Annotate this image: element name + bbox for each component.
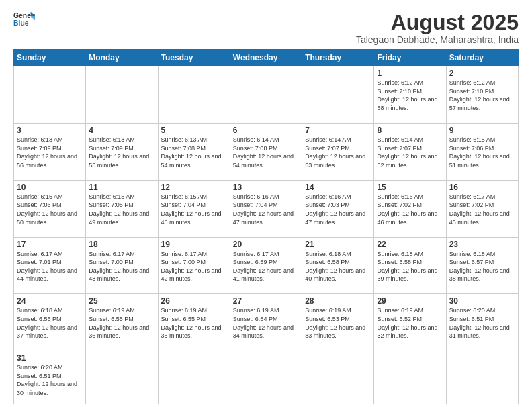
day-info: Sunrise: 6:17 AM Sunset: 6:59 PM Dayligh… — [233, 250, 299, 283]
week-row-1: 1Sunrise: 6:12 AM Sunset: 7:10 PM Daylig… — [14, 66, 519, 124]
calendar-title: August 2025 — [356, 11, 519, 34]
day-info: Sunrise: 6:20 AM Sunset: 6:51 PM Dayligh… — [17, 363, 83, 397]
day-number: 16 — [449, 183, 515, 192]
day-cell: 12Sunrise: 6:15 AM Sunset: 7:04 PM Dayli… — [158, 180, 230, 237]
day-info: Sunrise: 6:13 AM Sunset: 7:08 PM Dayligh… — [161, 136, 227, 169]
day-info: Sunrise: 6:20 AM Sunset: 6:51 PM Dayligh… — [449, 306, 515, 340]
day-cell: 11Sunrise: 6:15 AM Sunset: 7:05 PM Dayli… — [86, 180, 158, 237]
day-cell: 28Sunrise: 6:19 AM Sunset: 6:53 PM Dayli… — [302, 294, 374, 351]
day-number: 25 — [89, 296, 154, 306]
day-number: 3 — [17, 126, 83, 135]
day-info: Sunrise: 6:18 AM Sunset: 6:58 PM Dayligh… — [377, 250, 443, 283]
day-cell — [374, 351, 446, 404]
day-cell — [302, 351, 374, 404]
week-row-2: 3Sunrise: 6:13 AM Sunset: 7:09 PM Daylig… — [14, 124, 519, 181]
day-info: Sunrise: 6:14 AM Sunset: 7:08 PM Dayligh… — [233, 136, 299, 169]
day-info: Sunrise: 6:14 AM Sunset: 7:07 PM Dayligh… — [305, 136, 371, 169]
day-cell: 5Sunrise: 6:13 AM Sunset: 7:08 PM Daylig… — [158, 124, 230, 181]
day-info: Sunrise: 6:15 AM Sunset: 7:06 PM Dayligh… — [17, 193, 83, 226]
header: General Blue August 2025 Talegaon Dabhad… — [13, 11, 519, 45]
day-number: 18 — [89, 240, 154, 249]
day-cell: 25Sunrise: 6:19 AM Sunset: 6:55 PM Dayli… — [86, 294, 158, 351]
day-number: 27 — [233, 296, 299, 306]
logo-icon: General Blue — [13, 11, 35, 27]
day-number: 2 — [449, 68, 515, 78]
day-cell: 21Sunrise: 6:18 AM Sunset: 6:58 PM Dayli… — [302, 237, 374, 294]
day-info: Sunrise: 6:17 AM Sunset: 7:02 PM Dayligh… — [449, 193, 515, 226]
day-cell: 19Sunrise: 6:17 AM Sunset: 7:00 PM Dayli… — [158, 237, 230, 294]
day-info: Sunrise: 6:19 AM Sunset: 6:55 PM Dayligh… — [161, 306, 227, 340]
day-cell: 26Sunrise: 6:19 AM Sunset: 6:55 PM Dayli… — [158, 294, 230, 351]
day-cell: 2Sunrise: 6:12 AM Sunset: 7:10 PM Daylig… — [446, 66, 518, 124]
day-cell: 8Sunrise: 6:14 AM Sunset: 7:07 PM Daylig… — [374, 124, 446, 181]
day-number: 4 — [89, 126, 154, 135]
day-cell — [230, 66, 302, 124]
day-number: 6 — [233, 126, 299, 135]
day-number: 26 — [161, 296, 227, 306]
day-cell: 3Sunrise: 6:13 AM Sunset: 7:09 PM Daylig… — [14, 124, 86, 181]
week-row-4: 17Sunrise: 6:17 AM Sunset: 7:01 PM Dayli… — [14, 237, 519, 294]
day-number: 13 — [233, 183, 299, 192]
calendar-table: SundayMondayTuesdayWednesdayThursdayFrid… — [13, 49, 519, 404]
day-number: 20 — [233, 240, 299, 249]
day-number: 8 — [377, 126, 443, 135]
day-number: 11 — [89, 183, 154, 192]
day-cell: 7Sunrise: 6:14 AM Sunset: 7:07 PM Daylig… — [302, 124, 374, 181]
title-block: August 2025 Talegaon Dabhade, Maharashtr… — [356, 11, 519, 45]
day-cell: 6Sunrise: 6:14 AM Sunset: 7:08 PM Daylig… — [230, 124, 302, 181]
day-cell: 15Sunrise: 6:16 AM Sunset: 7:02 PM Dayli… — [374, 180, 446, 237]
day-info: Sunrise: 6:19 AM Sunset: 6:55 PM Dayligh… — [89, 306, 154, 340]
day-info: Sunrise: 6:12 AM Sunset: 7:10 PM Dayligh… — [377, 79, 443, 112]
day-number: 21 — [305, 240, 371, 249]
day-cell — [158, 66, 230, 124]
day-cell: 27Sunrise: 6:19 AM Sunset: 6:54 PM Dayli… — [230, 294, 302, 351]
day-number: 24 — [17, 296, 83, 306]
day-number: 7 — [305, 126, 371, 135]
svg-text:Blue: Blue — [13, 19, 29, 27]
day-number: 22 — [377, 240, 443, 249]
day-cell — [158, 351, 230, 404]
day-cell — [14, 66, 86, 124]
calendar-page: General Blue August 2025 Talegaon Dabhad… — [0, 0, 532, 411]
day-cell: 23Sunrise: 6:18 AM Sunset: 6:57 PM Dayli… — [446, 237, 518, 294]
day-cell: 4Sunrise: 6:13 AM Sunset: 7:09 PM Daylig… — [86, 124, 158, 181]
day-number: 17 — [17, 240, 83, 249]
day-number: 5 — [161, 126, 227, 135]
day-cell — [446, 351, 518, 404]
weekday-header-thursday: Thursday — [302, 50, 374, 66]
day-info: Sunrise: 6:15 AM Sunset: 7:06 PM Dayligh… — [449, 136, 515, 169]
day-info: Sunrise: 6:17 AM Sunset: 7:01 PM Dayligh… — [17, 250, 83, 283]
weekday-header-monday: Monday — [86, 50, 158, 66]
logo: General Blue — [13, 11, 35, 27]
day-cell: 13Sunrise: 6:16 AM Sunset: 7:04 PM Dayli… — [230, 180, 302, 237]
day-info: Sunrise: 6:12 AM Sunset: 7:10 PM Dayligh… — [449, 79, 515, 112]
day-info: Sunrise: 6:15 AM Sunset: 7:04 PM Dayligh… — [161, 193, 227, 226]
day-info: Sunrise: 6:16 AM Sunset: 7:03 PM Dayligh… — [305, 193, 371, 226]
day-cell: 22Sunrise: 6:18 AM Sunset: 6:58 PM Dayli… — [374, 237, 446, 294]
day-number: 10 — [17, 183, 83, 192]
day-info: Sunrise: 6:18 AM Sunset: 6:57 PM Dayligh… — [449, 250, 515, 283]
day-number: 12 — [161, 183, 227, 192]
week-row-6: 31Sunrise: 6:20 AM Sunset: 6:51 PM Dayli… — [14, 351, 519, 404]
day-number: 9 — [449, 126, 515, 135]
day-cell: 24Sunrise: 6:18 AM Sunset: 6:56 PM Dayli… — [14, 294, 86, 351]
day-cell — [302, 66, 374, 124]
day-info: Sunrise: 6:15 AM Sunset: 7:05 PM Dayligh… — [89, 193, 154, 226]
day-cell: 16Sunrise: 6:17 AM Sunset: 7:02 PM Dayli… — [446, 180, 518, 237]
week-row-5: 24Sunrise: 6:18 AM Sunset: 6:56 PM Dayli… — [14, 294, 519, 351]
weekday-header-sunday: Sunday — [14, 50, 86, 66]
day-cell: 14Sunrise: 6:16 AM Sunset: 7:03 PM Dayli… — [302, 180, 374, 237]
day-info: Sunrise: 6:19 AM Sunset: 6:54 PM Dayligh… — [233, 306, 299, 340]
weekday-header-tuesday: Tuesday — [158, 50, 230, 66]
weekday-header-saturday: Saturday — [446, 50, 518, 66]
day-info: Sunrise: 6:18 AM Sunset: 6:58 PM Dayligh… — [305, 250, 371, 283]
day-number: 14 — [305, 183, 371, 192]
day-number: 31 — [17, 353, 83, 363]
weekday-header-friday: Friday — [374, 50, 446, 66]
weekday-header-wednesday: Wednesday — [230, 50, 302, 66]
calendar-subtitle: Talegaon Dabhade, Maharashtra, India — [356, 34, 519, 45]
day-cell: 10Sunrise: 6:15 AM Sunset: 7:06 PM Dayli… — [14, 180, 86, 237]
day-cell — [86, 66, 158, 124]
day-cell — [230, 351, 302, 404]
day-info: Sunrise: 6:16 AM Sunset: 7:02 PM Dayligh… — [377, 193, 443, 226]
